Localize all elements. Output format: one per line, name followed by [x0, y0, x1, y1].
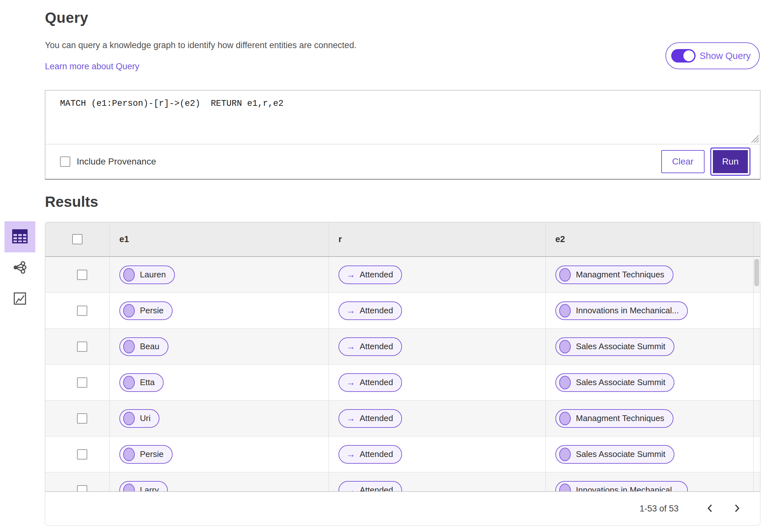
table-row: Persie → Attended Sales Associate Summit [45, 436, 760, 472]
relation-pill[interactable]: → Attended [338, 373, 402, 392]
cell-e2: Sales Associate Summit [546, 329, 760, 364]
entity-pill[interactable]: Larry [119, 481, 168, 492]
table-view-button[interactable] [4, 221, 35, 252]
page-title: Query [45, 9, 88, 26]
relation-pill[interactable]: → Attended [338, 409, 402, 428]
query-footer: Include Provenance Clear Run [45, 144, 760, 179]
chart-view-button[interactable] [4, 283, 35, 315]
entity-pill[interactable]: Lauren [119, 266, 175, 284]
previous-page-button[interactable] [701, 500, 719, 518]
entity-node-icon [559, 448, 571, 461]
column-header-e2: e2 [546, 222, 760, 256]
show-query-toggle[interactable]: Show Query [665, 42, 760, 69]
row-checkbox[interactable] [77, 449, 87, 460]
relation-pill[interactable]: → Attended [338, 337, 402, 356]
cell-r: → Attended [328, 436, 546, 472]
entity-pill[interactable]: Managment Techniques [555, 266, 673, 284]
clear-button[interactable]: Clear [661, 150, 705, 173]
include-provenance-option[interactable]: Include Provenance [60, 156, 156, 167]
entity-pill[interactable]: Uri [119, 409, 159, 428]
entity-pill[interactable]: Managment Techniques [555, 409, 673, 428]
table-row: Larry → Attended Innovations in Mechanic… [45, 472, 760, 492]
entity-node-icon [559, 340, 571, 353]
row-checkbox[interactable] [77, 306, 87, 316]
cell-e2: Sales Associate Summit [546, 365, 760, 400]
graph-view-button[interactable] [4, 252, 35, 283]
query-text[interactable]: MATCH (e1:Person)-[r]->(e2) RETURN e1,r,… [60, 99, 754, 108]
arrow-right-icon: → [346, 377, 355, 388]
entity-pill[interactable]: Sales Associate Summit [555, 373, 674, 392]
entity-pill[interactable]: Persie [119, 445, 173, 464]
entity-pill[interactable]: Sales Associate Summit [555, 445, 674, 464]
cell-e1: Persie [109, 436, 328, 472]
entity-node-icon [123, 448, 135, 461]
table-row: Uri → Attended Managment Techniques [45, 401, 760, 436]
table-row: Beau → Attended Sales Associate Summit [45, 329, 760, 365]
entity-node-icon [559, 484, 571, 492]
row-checkbox[interactable] [77, 377, 87, 388]
run-button[interactable]: Run [710, 148, 750, 176]
relation-pill[interactable]: → Attended [338, 301, 402, 320]
next-page-button[interactable] [728, 500, 746, 518]
relation-pill[interactable]: → Attended [338, 481, 402, 492]
arrow-right-icon: → [346, 270, 355, 280]
entity-pill[interactable]: Sales Associate Summit [555, 337, 674, 356]
pagination-bar: 1-53 of 53 [45, 492, 760, 526]
page-range-label: 1-53 of 53 [639, 504, 679, 514]
relation-pill[interactable]: → Attended [338, 266, 402, 284]
table-scrollbar[interactable] [753, 222, 760, 491]
results-table: e1 r e2 Lauren → Attended [45, 222, 760, 492]
entity-node-icon [123, 484, 135, 492]
include-provenance-checkbox[interactable] [60, 156, 70, 167]
row-checkbox[interactable] [77, 413, 87, 424]
table-row: Persie → Attended Innovations in Mechani… [45, 293, 760, 329]
results-title: Results [45, 193, 98, 210]
cell-e1: Etta [109, 365, 328, 400]
entity-pill[interactable]: Etta [119, 373, 164, 392]
entity-pill[interactable]: Innovations in Mechanical... [555, 301, 688, 320]
learn-more-link[interactable]: Learn more about Query [45, 62, 139, 72]
cell-e1: Persie [109, 293, 328, 328]
scrollbar-thumb[interactable] [754, 259, 759, 286]
entity-pill[interactable]: Persie [119, 301, 173, 320]
entity-node-icon [123, 376, 135, 389]
row-checkbox[interactable] [77, 342, 87, 352]
cell-r: → Attended [328, 401, 546, 436]
cell-e2: Innovations in Mechanical... [546, 293, 760, 328]
cell-r: → Attended [328, 257, 546, 292]
select-all-checkbox[interactable] [72, 234, 82, 244]
entity-node-icon [123, 268, 135, 282]
cell-e2: Innovations in Mechanical... [546, 472, 760, 492]
entity-node-icon [559, 304, 571, 317]
cell-e1: Uri [109, 401, 328, 436]
arrow-right-icon: → [346, 306, 355, 316]
cell-r: → Attended [328, 293, 546, 328]
cell-r: → Attended [328, 472, 546, 492]
entity-pill[interactable]: Innovations in Mechanical... [555, 481, 688, 492]
column-header-r: r [328, 222, 546, 256]
relation-pill[interactable]: → Attended [338, 445, 402, 464]
query-actions: Clear Run [661, 148, 750, 176]
arrow-right-icon: → [346, 342, 355, 352]
chevron-right-icon [731, 502, 743, 515]
table-body: Lauren → Attended Managment Techniques [45, 257, 760, 492]
row-checkbox[interactable] [77, 485, 87, 492]
resize-grip-icon[interactable] [751, 135, 759, 143]
row-checkbox[interactable] [77, 270, 87, 280]
query-editor[interactable]: MATCH (e1:Person)-[r]->(e2) RETURN e1,r,… [45, 90, 760, 144]
view-sidebar [4, 221, 35, 315]
graph-icon [13, 260, 27, 276]
entity-node-icon [123, 340, 135, 353]
entity-pill[interactable]: Beau [119, 337, 168, 356]
entity-node-icon [559, 268, 571, 282]
arrow-right-icon: → [346, 449, 355, 460]
arrow-right-icon: → [346, 413, 355, 424]
query-panel: MATCH (e1:Person)-[r]->(e2) RETURN e1,r,… [45, 90, 760, 180]
cell-r: → Attended [328, 365, 546, 400]
table-row: Etta → Attended Sales Associate Summit [45, 365, 760, 401]
entity-node-icon [559, 412, 571, 425]
cell-e2: Sales Associate Summit [546, 436, 760, 472]
table-row: Lauren → Attended Managment Techniques [45, 257, 760, 293]
query-description: You can query a knowledge graph to ident… [45, 40, 356, 50]
table-icon [12, 229, 28, 245]
